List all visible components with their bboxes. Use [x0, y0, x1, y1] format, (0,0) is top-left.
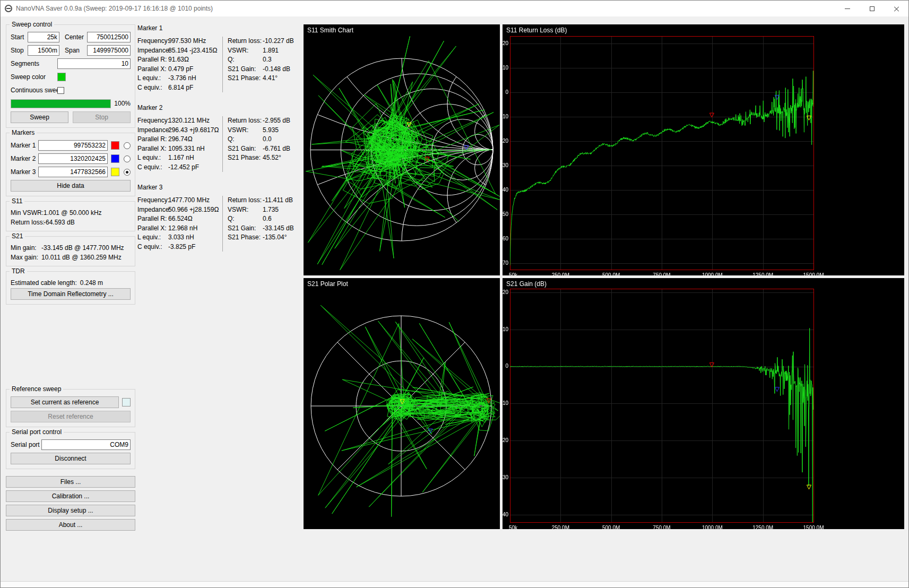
frequency-value: 997.530 MHz	[168, 37, 206, 46]
status-strip	[1, 581, 908, 587]
hide-data-button[interactable]: Hide data	[11, 180, 131, 192]
sweep-progress-bar	[11, 99, 111, 108]
frequency-row: Frequency:1477.700 MHz	[137, 196, 222, 205]
return-loss-row: Return loss:-11.411 dB	[228, 196, 301, 205]
center-input[interactable]	[87, 32, 131, 42]
return-loss-row: Return loss:-10.227 dB	[228, 37, 301, 46]
c-equiv-row: C equiv.:6.814 pF	[137, 83, 222, 93]
app-window: NanoVNA Saver 0.0.9a (Sweep: 2019-09-17 …	[0, 0, 909, 588]
segments-label: Segments	[11, 60, 57, 67]
markers-group-title: Markers	[10, 129, 37, 137]
sidebar-spacer	[6, 309, 135, 389]
marker-2-radio[interactable]	[124, 155, 131, 162]
segments-input[interactable]	[57, 58, 131, 69]
marker-1-color-button[interactable]	[111, 141, 119, 150]
min-gain-value: -33.145 dB @ 1477.700 MHz	[41, 244, 124, 252]
s21-gain-row: S21 Gain:-0.148 dB	[228, 65, 301, 74]
l-equiv-label: L equiv.:	[137, 153, 168, 163]
l-equiv-label: L equiv.:	[137, 74, 168, 83]
span-input[interactable]	[87, 45, 131, 56]
stop-label: Stop	[11, 47, 28, 54]
q-label: Q:	[228, 214, 263, 224]
parallel-r-row: Parallel R:66.524Ω	[137, 214, 222, 224]
s21-phase-row: S21 Phase:45.52°	[228, 153, 301, 163]
marker-3-radio[interactable]	[124, 169, 131, 176]
l-equiv-value: 3.033 nH	[168, 233, 194, 243]
set-reference-button[interactable]: Set current as reference	[11, 396, 119, 408]
marker-impedance-column: Frequency:1477.700 MHz Impedance:50.966 …	[137, 196, 222, 252]
stop-input[interactable]	[28, 45, 59, 56]
marker-stats-column: Return loss:-2.955 dB VSWR:5.935 Q:0.0 S…	[222, 116, 301, 172]
serial-port-input[interactable]	[41, 439, 131, 450]
sweep-color-label: Sweep color	[11, 73, 57, 81]
s21-gain-row: S21 Gain:-6.761 dB	[228, 144, 301, 154]
return-loss-value: -10.227 dB	[263, 37, 294, 46]
c-equiv-value: -3.825 pF	[168, 243, 195, 252]
sweep-control-group: Sweep control Start Center Stop Span Seg…	[6, 24, 135, 128]
vswr-value: 5.935	[263, 126, 279, 135]
tdr-group: TDR Estimated cable length: 0.248 m Time…	[6, 271, 135, 305]
marker-2-row: Marker 2	[11, 153, 131, 164]
vswr-label: VSWR:	[228, 46, 263, 56]
parallel-r-label: Parallel R:	[137, 135, 168, 144]
start-input[interactable]	[28, 32, 59, 42]
span-label: Span	[65, 47, 87, 54]
c-equiv-row: C equiv.:-3.825 pF	[137, 243, 222, 252]
q-label: Q:	[228, 55, 263, 65]
cable-length-row: Estimated cable length: 0.248 m	[11, 279, 131, 287]
s11-smith-chart-canvas[interactable]	[304, 24, 500, 275]
serial-port-row: Serial port	[11, 439, 131, 450]
sweep-color-button[interactable]	[57, 73, 66, 81]
close-button[interactable]	[884, 1, 908, 16]
marker-3-row: Marker 3	[11, 167, 131, 177]
parallel-r-value: 66.524Ω	[168, 214, 193, 224]
s21-gain-chart-canvas[interactable]	[503, 278, 904, 529]
marker-details-panel: Marker 1 Frequency:997.530 MHz Impedance…	[137, 24, 301, 263]
vswr-label: VSWR:	[228, 205, 263, 215]
marker-1-input[interactable]	[38, 140, 108, 151]
continuous-sweep-label: Continuous sweep	[11, 87, 57, 94]
nav-buttons: Files ... Calibration ... Display setup …	[6, 476, 135, 531]
disconnect-button[interactable]: Disconnect	[11, 453, 131, 464]
calibration-button[interactable]: Calibration ...	[6, 490, 135, 502]
marker-2-color-button[interactable]	[111, 154, 119, 163]
marker-1-radio[interactable]	[124, 142, 131, 149]
q-label: Q:	[228, 135, 263, 144]
reference-color-button[interactable]	[122, 398, 131, 407]
marker-3-color-button[interactable]	[111, 168, 119, 176]
min-vswr-row: Min VSWR: 1.001 @ 50.000 kHz	[11, 209, 131, 217]
reset-reference-button[interactable]: Reset reference	[11, 411, 131, 422]
files-button[interactable]: Files ...	[6, 476, 135, 488]
s21-polar-plot-canvas[interactable]	[304, 278, 500, 529]
s11-return-loss-chart-canvas[interactable]	[503, 24, 904, 275]
s21-phase-label: S21 Phase:	[228, 233, 263, 243]
min-vswr-value: 1.001 @ 50.000 kHz	[44, 209, 102, 217]
close-icon	[894, 6, 899, 12]
parallel-x-label: Parallel X:	[137, 65, 168, 74]
about-button[interactable]: About ...	[6, 519, 135, 531]
reference-sweep-group: Reference sweep Set current as reference…	[6, 389, 135, 427]
parallel-x-label: Parallel X:	[137, 144, 168, 154]
parallel-x-value: 1095.331 nH	[168, 144, 205, 154]
tdr-button[interactable]: Time Domain Reflectometry ...	[11, 288, 131, 300]
l-equiv-value: -3.736 nH	[168, 74, 196, 83]
minimize-button[interactable]	[835, 1, 860, 16]
stop-button[interactable]: Stop	[73, 111, 131, 123]
frequency-value: 1477.700 MHz	[168, 196, 210, 205]
marker-2-input[interactable]	[38, 153, 108, 164]
c-equiv-value: 6.814 pF	[168, 83, 193, 93]
parallel-x-value: 12.968 nH	[168, 224, 197, 234]
parallel-x-value: 0.479 pF	[168, 65, 193, 74]
display-setup-button[interactable]: Display setup ...	[6, 505, 135, 516]
maximize-button[interactable]	[860, 1, 884, 16]
continuous-sweep-checkbox[interactable]	[57, 87, 64, 94]
app-icon	[5, 5, 12, 12]
sweep-progress-text: 100%	[114, 100, 131, 107]
sweep-button[interactable]: Sweep	[11, 111, 68, 123]
parallel-r-row: Parallel R:91.63Ω	[137, 55, 222, 65]
sweep-color-row: Sweep color	[11, 72, 131, 82]
marker-1-details: Marker 1 Frequency:997.530 MHz Impedance…	[137, 24, 301, 92]
marker-details-title: Marker 3	[137, 184, 301, 191]
marker-3-input[interactable]	[38, 167, 108, 177]
parallel-x-label: Parallel X:	[137, 224, 168, 234]
